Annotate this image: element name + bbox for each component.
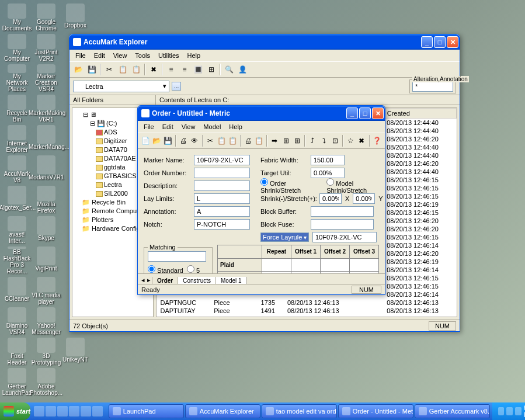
table-row[interactable]: Plaid [218,258,379,272]
menu-item[interactable]: File [72,51,89,60]
description-input[interactable] [194,181,250,191]
target-util-input[interactable] [311,168,345,178]
alteration-filter[interactable] [412,81,453,92]
annotation-input[interactable] [194,206,250,217]
desktop-icon[interactable]: Gerber LaunchPad [2,368,32,396]
toolbar-button[interactable]: ⊡ [330,134,340,147]
go-button[interactable]: ... [172,82,181,91]
minimize-button[interactable]: _ [421,36,433,48]
toolbar-button[interactable]: 💾 [85,63,98,76]
tab-scroll-right[interactable]: ▸ [146,276,152,284]
desktop-icon[interactable]: Adobe Photoshop... [32,368,61,396]
toolbar-button[interactable]: ✂ [205,134,215,147]
toolbar-button[interactable]: 📋 [116,63,129,76]
radio-standard[interactable]: Standard [148,267,183,273]
fabric-width-input[interactable] [311,155,345,165]
menu-item[interactable]: Help [225,122,246,131]
menu-item[interactable]: View [110,51,131,60]
desktop-icon[interactable]: Yahoo! Messenger [32,307,61,335]
desktop-icon[interactable]: BB FlashBack Pro 3 Recor... [2,247,32,275]
desktop-icon[interactable]: AccuMark V8 [2,155,32,183]
ql-icon[interactable] [92,406,103,416]
desktop-icon[interactable]: My Documents [2,4,32,32]
desktop-icon[interactable]: VigiPrint [32,247,61,275]
radio-model-shrink[interactable]: Model Shrink/Stretch [326,178,383,194]
block-fuse-input[interactable] [311,219,374,230]
toolbar-button[interactable]: 💾 [163,134,173,147]
menu-item[interactable]: Tools [131,51,154,60]
ql-icon[interactable] [46,406,56,416]
table-row[interactable]: DAPTUITAYPiece149108/20/13 12:46:1308/20… [157,307,457,315]
desktop-icon[interactable]: Mozilla Firefox [32,186,61,214]
shrink-y-input[interactable] [353,193,375,204]
toolbar-button[interactable]: ✖ [356,134,367,147]
menu-item[interactable]: Model [200,122,224,131]
close-button[interactable]: ✕ [447,36,458,48]
desktop-icon[interactable]: MarkerManag... [32,125,61,153]
block-buffer-input[interactable] [311,206,374,217]
minimize-button[interactable]: _ [346,107,358,119]
close-button[interactable]: ✕ [372,107,384,119]
toolbar-button[interactable]: 👤 [236,63,249,76]
desktop-icon[interactable]: JustPrint V2R2 [32,34,61,62]
toolbar-button[interactable]: 👁 [189,134,200,147]
desktop-icon[interactable]: Diamino VSR4 [2,307,32,335]
desktop-icon[interactable]: MarkerMaking V6R1 [32,95,61,123]
ql-icon[interactable] [34,406,44,416]
notch-input[interactable] [194,219,250,230]
toolbar-button[interactable]: ≡ [165,63,178,76]
toolbar-button[interactable]: ⊞ [280,134,291,147]
desktop-icon[interactable]: VLC media player [32,277,61,305]
desktop-icon[interactable]: ModarisV7R1 [32,155,61,183]
tab-scroll-left[interactable]: ◂ [140,276,146,284]
toolbar-button[interactable]: 📋 [130,63,142,76]
taskbar-task[interactable]: Order - Untitled - Metric [338,404,413,418]
desktop-icon[interactable]: Algotex_Ser... [2,186,32,214]
desktop-icon[interactable]: My Computer [2,34,32,62]
start-button[interactable]: start [0,402,30,420]
toolbar-button[interactable]: ≡ [178,63,191,76]
desktop-icon[interactable]: CCleaner [2,277,32,305]
toolbar-button[interactable]: ❓ [372,134,383,147]
toolbar-button[interactable]: 📋 [254,134,265,147]
desktop-icon[interactable]: Recycle Bin [2,95,32,123]
desktop-icon[interactable]: Dropbox [61,4,90,32]
lay-limits-input[interactable] [194,193,250,204]
force-layrule-input[interactable] [312,232,377,242]
toolbar-button[interactable]: ➡ [269,134,280,147]
desktop-icon[interactable]: avast! Inter... [2,216,32,244]
toolbar-button[interactable]: ⤴ [307,134,318,147]
toolbar-button[interactable]: 📄 [140,134,151,147]
toolbar-button[interactable]: ⤵ [318,134,329,147]
taskbar-task[interactable]: Gerber Accumark v8... [415,404,490,418]
menu-item[interactable]: View [178,122,199,131]
toolbar-button[interactable]: ✂ [103,63,116,76]
tray-icon[interactable] [498,407,505,415]
toolbar-button[interactable]: 📂 [151,134,162,147]
menu-item[interactable]: File [140,122,158,131]
desktop-icon[interactable]: Foxit Reader [2,338,32,366]
menu-item[interactable]: Utilities [155,51,182,60]
taskbar-task[interactable]: tao model edit va ord... [262,404,337,418]
maximize-button[interactable]: □ [359,107,371,119]
force-layrule-button[interactable]: Force Layrule ▾ [260,232,309,242]
desktop-icon[interactable]: My Network Places [2,64,32,92]
desktop-icon[interactable]: UnikeyNT [61,338,90,366]
marker-name-input[interactable] [194,155,250,165]
maximize-button[interactable]: □ [434,36,446,48]
matching-input[interactable] [148,251,206,262]
toolbar-button[interactable]: 🔳 [192,63,204,76]
desktop-icon[interactable]: Internet Explorer [2,125,32,153]
ql-icon[interactable] [81,406,91,416]
desktop-icon[interactable]: Google Chrome [32,4,61,32]
location-combo[interactable]: Lectra [73,81,169,92]
titlebar-explorer[interactable]: AccuMark Explorer _ □ ✕ [69,34,460,50]
taskbar-task[interactable]: LaunchPad [109,404,184,418]
toolbar-button[interactable]: ⊞ [205,63,218,76]
toolbar-button[interactable]: 🔍 [222,63,235,76]
table-row[interactable]: DAPTNGUCPiece173508/20/13 12:46:1308/20/… [157,298,457,307]
taskbar-task[interactable]: AccuMark Explorer [185,404,260,418]
system-tray[interactable]: 6:59 PM [492,402,525,420]
menu-item[interactable]: Edit [91,51,109,60]
toolbar-button[interactable]: 📂 [72,63,85,76]
